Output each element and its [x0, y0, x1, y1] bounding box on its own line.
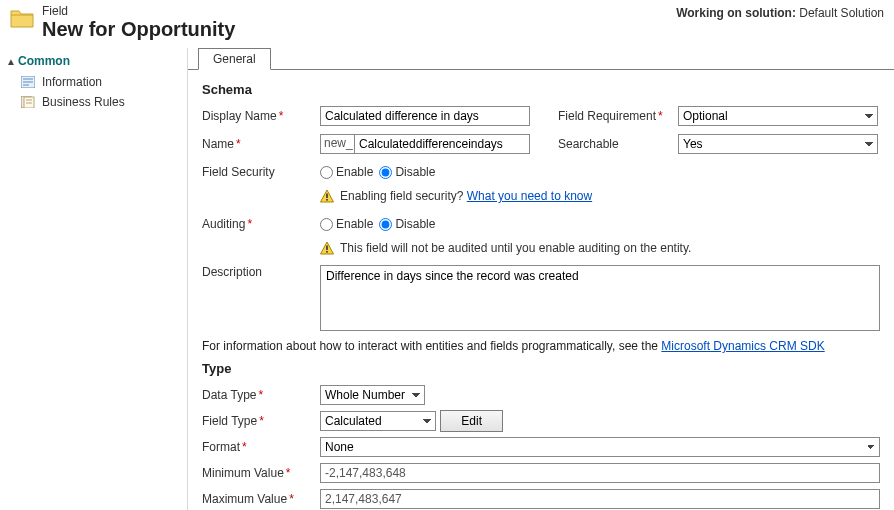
header-subtitle: Field: [42, 4, 235, 18]
auditing-disable[interactable]: Disable: [379, 217, 435, 231]
sidebar-section-common[interactable]: ▲ Common: [2, 52, 187, 72]
data-type-label: Data Type*: [202, 388, 320, 402]
svg-rect-12: [326, 246, 328, 251]
sidebar: ▲ Common Information Business Rules: [0, 48, 188, 510]
field-type-label: Field Type*: [202, 414, 320, 428]
sdk-info: For information about how to interact wi…: [202, 339, 880, 353]
name-prefix: new_: [320, 134, 354, 154]
edit-button[interactable]: Edit: [440, 410, 503, 432]
section-type: Type: [202, 361, 880, 376]
data-type-select[interactable]: Whole Number: [320, 385, 425, 405]
searchable-select[interactable]: Yes: [678, 134, 878, 154]
warning-icon: [320, 189, 334, 203]
tab-general[interactable]: General: [198, 48, 271, 70]
max-value-label: Maximum Value*: [202, 492, 320, 506]
header-titles: Field New for Opportunity: [42, 4, 235, 40]
field-security-radios: Enable Disable: [320, 165, 435, 179]
searchable-label: Searchable: [558, 137, 678, 151]
min-value-input[interactable]: [320, 463, 880, 483]
auditing-radios: Enable Disable: [320, 217, 435, 231]
window-header: Field New for Opportunity Working on sol…: [0, 0, 894, 48]
format-select[interactable]: None: [320, 437, 880, 457]
tabstrip: General: [188, 48, 894, 70]
sidebar-item-information[interactable]: Information: [2, 72, 187, 92]
sidebar-item-label: Business Rules: [42, 95, 125, 109]
warning-icon: [320, 241, 334, 255]
field-security-info: Enabling field security? What you need t…: [320, 189, 880, 203]
chevron-down-icon: ▲: [6, 56, 16, 67]
display-name-label: Display Name*: [202, 109, 320, 123]
field-type-select[interactable]: Calculated: [320, 411, 436, 431]
name-input[interactable]: [354, 134, 530, 154]
description-input[interactable]: Difference in days since the record was …: [320, 265, 880, 331]
auditing-label: Auditing*: [202, 217, 320, 231]
general-form: Schema Display Name* Field Requirement* …: [188, 70, 894, 510]
auditing-enable[interactable]: Enable: [320, 217, 373, 231]
field-requirement-select[interactable]: Optional: [678, 106, 878, 126]
svg-rect-10: [326, 199, 328, 201]
crm-sdk-link[interactable]: Microsoft Dynamics CRM SDK: [661, 339, 824, 353]
main-panel: General Schema Display Name* Field Requi…: [188, 48, 894, 510]
svg-rect-9: [326, 194, 328, 199]
max-value-input[interactable]: [320, 489, 880, 509]
description-label: Description: [202, 265, 320, 279]
sidebar-item-label: Information: [42, 75, 102, 89]
field-security-disable[interactable]: Disable: [379, 165, 435, 179]
display-name-input[interactable]: [320, 106, 530, 126]
svg-rect-13: [326, 251, 328, 253]
field-security-help-link[interactable]: What you need to know: [467, 189, 592, 203]
page-title: New for Opportunity: [42, 18, 235, 40]
auditing-info: This field will not be audited until you…: [320, 241, 880, 255]
min-value-label: Minimum Value*: [202, 466, 320, 480]
solution-name: Working on solution: Default Solution: [676, 4, 884, 20]
field-security-label: Field Security: [202, 165, 320, 179]
field-requirement-label: Field Requirement*: [558, 109, 678, 123]
format-label: Format*: [202, 440, 320, 454]
sidebar-item-business-rules[interactable]: Business Rules: [2, 92, 187, 112]
field-security-enable[interactable]: Enable: [320, 165, 373, 179]
section-schema: Schema: [202, 82, 880, 97]
rules-icon: [20, 95, 36, 109]
form-icon: [20, 75, 36, 89]
folder-icon: [8, 4, 36, 32]
name-label: Name*: [202, 137, 320, 151]
